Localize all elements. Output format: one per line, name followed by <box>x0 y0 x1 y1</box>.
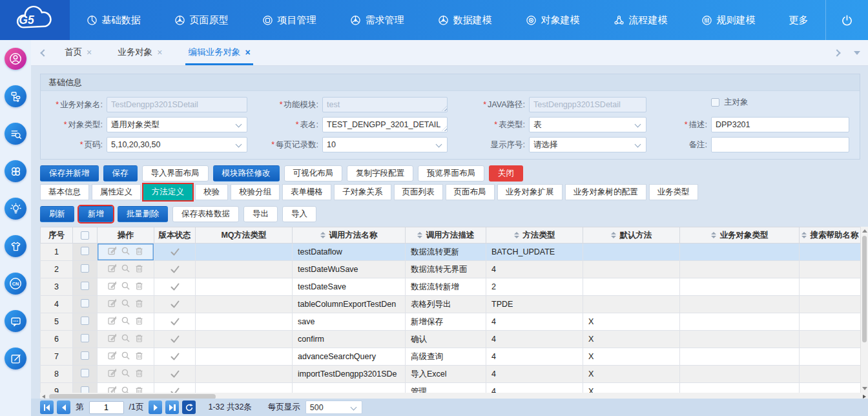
nav-item-3[interactable]: 项目管理 <box>245 0 333 40</box>
field-input-0[interactable] <box>107 97 247 112</box>
row-checkbox[interactable] <box>81 386 89 393</box>
edit-button[interactable] <box>107 386 117 393</box>
edit-button[interactable] <box>107 246 117 256</box>
field-input-2[interactable] <box>529 97 646 112</box>
column-header[interactable]: 调用方法名称 <box>293 227 406 244</box>
subtab-11[interactable]: 业务对象树的配置 <box>565 184 646 200</box>
nav-item-4[interactable]: 需求管理 <box>333 0 421 40</box>
sidebar-user-button[interactable] <box>5 48 26 70</box>
tabs-scroll-right-icon[interactable] <box>833 49 840 56</box>
view-button[interactable] <box>121 298 130 308</box>
field-input-5[interactable] <box>322 117 448 132</box>
row-checkbox[interactable] <box>81 264 89 273</box>
nav-item-9[interactable]: 更多 <box>772 0 825 40</box>
close-icon[interactable]: × <box>245 47 250 57</box>
row-checkbox[interactable] <box>81 369 89 377</box>
view-button[interactable] <box>121 386 130 393</box>
toolbar-button-2[interactable]: 新增 <box>79 206 113 222</box>
close-icon[interactable]: × <box>87 47 92 57</box>
subtab-1[interactable]: 基本信息 <box>40 184 89 200</box>
refresh-button[interactable] <box>182 400 196 414</box>
tab-2[interactable]: 业务对象× <box>115 40 165 65</box>
field-select-6[interactable]: 表 <box>529 117 646 132</box>
sort-icon[interactable] <box>514 232 519 238</box>
vertical-scrollbar-thumb[interactable] <box>862 236 867 342</box>
edit-button[interactable] <box>107 281 117 291</box>
tabs-menu-caret-icon[interactable] <box>854 51 860 55</box>
sidebar-theme-shirt-button[interactable] <box>5 235 26 257</box>
delete-button[interactable] <box>134 264 144 273</box>
action-button-3[interactable]: 导入界面布局 <box>142 165 209 182</box>
sidebar-compose-button[interactable] <box>5 348 26 369</box>
subtab-4[interactable]: 校验 <box>195 184 228 200</box>
field-select-8[interactable]: 5,10,20,30,50 <box>107 137 247 152</box>
logout-button[interactable] <box>825 0 868 40</box>
table-row[interactable]: 9管理4X <box>41 383 861 393</box>
main-object-checkbox[interactable]: 主对象 <box>711 97 849 108</box>
field-input-11[interactable] <box>711 137 849 152</box>
sidebar-message-button[interactable] <box>5 310 26 332</box>
view-button[interactable] <box>121 281 130 291</box>
row-checkbox[interactable] <box>81 247 89 255</box>
column-header[interactable]: 业务对象类型 <box>680 227 800 244</box>
toolbar-button-3[interactable]: 批量删除 <box>118 206 168 222</box>
edit-button[interactable] <box>107 264 117 273</box>
row-checkbox[interactable] <box>81 351 89 360</box>
subtab-10[interactable]: 业务对象扩展 <box>497 184 563 200</box>
sidebar-org-tree-button[interactable] <box>5 85 26 107</box>
toolbar-button-6[interactable]: 导入 <box>282 206 316 222</box>
edit-button[interactable] <box>107 316 117 326</box>
close-icon[interactable]: × <box>157 47 162 57</box>
nav-item-1[interactable]: 基础数据 <box>70 0 158 40</box>
table-row[interactable]: 4tableColumnExportTestDen表格列导出TPDE <box>41 296 861 313</box>
row-checkbox[interactable] <box>81 299 89 307</box>
view-button[interactable] <box>121 368 130 378</box>
table-row[interactable]: 7advanceSearchQuery高级查询4X <box>41 348 861 366</box>
action-button-8[interactable]: 关闭 <box>489 165 523 182</box>
field-select-4[interactable]: 通用对象类型 <box>107 117 247 132</box>
toolbar-button-4[interactable]: 保存表格数据 <box>172 206 239 222</box>
view-button[interactable] <box>121 351 130 360</box>
vertical-scrollbar[interactable] <box>860 227 868 393</box>
nav-item-8[interactable]: 规则建模 <box>685 0 772 40</box>
view-button[interactable] <box>121 333 130 343</box>
per-page-select[interactable]: 500 <box>305 400 362 414</box>
select-all-header[interactable] <box>73 227 98 244</box>
action-button-2[interactable]: 保存 <box>103 165 138 182</box>
sort-icon[interactable] <box>320 232 326 238</box>
table-row[interactable]: 3testDateSave数据流转新增2 <box>41 278 861 296</box>
table-row[interactable]: 6confirm确认4X <box>41 331 861 348</box>
row-checkbox[interactable] <box>81 317 89 325</box>
scroll-down-icon[interactable] <box>862 387 867 390</box>
tabs-scroll-left-icon[interactable] <box>40 49 47 56</box>
column-header[interactable]: 方法类型 <box>486 227 583 244</box>
delete-button[interactable] <box>134 298 144 308</box>
action-button-6[interactable]: 复制字段配置 <box>347 165 413 182</box>
nav-item-2[interactable]: 页面原型 <box>158 0 245 40</box>
nav-item-6[interactable]: 对象建模 <box>509 0 597 40</box>
view-button[interactable] <box>121 264 130 273</box>
last-page-button[interactable] <box>165 400 179 414</box>
subtab-7[interactable]: 子对象关系 <box>334 184 391 200</box>
column-header[interactable]: 搜索帮助名称 <box>800 227 861 244</box>
delete-button[interactable] <box>134 386 144 393</box>
app-logo[interactable]: G5 <box>0 0 70 40</box>
action-button-1[interactable]: 保存并新增 <box>40 165 99 182</box>
prev-page-button[interactable] <box>57 400 70 414</box>
sidebar-idea-button[interactable] <box>5 198 26 220</box>
field-input-1[interactable] <box>322 97 448 112</box>
delete-button[interactable] <box>134 368 144 378</box>
column-header[interactable]: 默认方法 <box>583 227 680 244</box>
page-number-input[interactable] <box>89 401 124 414</box>
column-header[interactable]: 调用方法描述 <box>406 227 486 244</box>
first-page-button[interactable] <box>40 400 54 414</box>
nav-item-5[interactable]: 数据建模 <box>421 0 509 40</box>
tab-1[interactable]: 首页× <box>62 40 94 65</box>
view-button[interactable] <box>121 246 130 256</box>
action-button-4[interactable]: 模块路径修改 <box>213 165 280 182</box>
subtab-3[interactable]: 方法定义 <box>143 184 192 200</box>
sort-icon[interactable] <box>711 232 716 238</box>
edit-button[interactable] <box>107 298 117 308</box>
edit-button[interactable] <box>107 368 117 378</box>
table-row[interactable]: 1testDataflow数据流转更新BATCH_UPDATE <box>41 244 861 261</box>
